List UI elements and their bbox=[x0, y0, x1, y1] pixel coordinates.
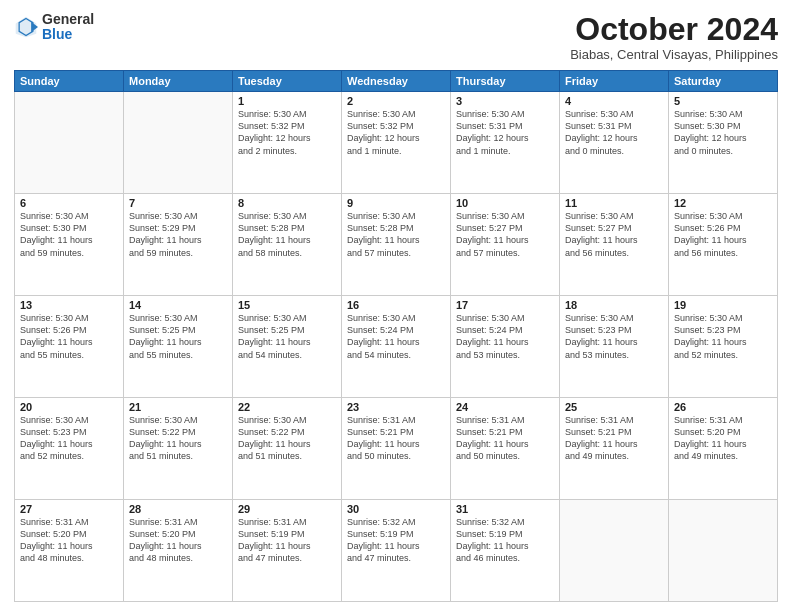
day-number: 12 bbox=[674, 197, 772, 209]
calendar-week-row: 1Sunrise: 5:30 AM Sunset: 5:32 PM Daylig… bbox=[15, 92, 778, 194]
day-info: Sunrise: 5:30 AM Sunset: 5:23 PM Dayligh… bbox=[565, 312, 663, 361]
page: General Blue October 2024 Biabas, Centra… bbox=[0, 0, 792, 612]
location: Biabas, Central Visayas, Philippines bbox=[570, 47, 778, 62]
day-number: 6 bbox=[20, 197, 118, 209]
day-number: 28 bbox=[129, 503, 227, 515]
table-row: 23Sunrise: 5:31 AM Sunset: 5:21 PM Dayli… bbox=[342, 398, 451, 500]
table-row: 25Sunrise: 5:31 AM Sunset: 5:21 PM Dayli… bbox=[560, 398, 669, 500]
day-info: Sunrise: 5:30 AM Sunset: 5:28 PM Dayligh… bbox=[238, 210, 336, 259]
table-row: 24Sunrise: 5:31 AM Sunset: 5:21 PM Dayli… bbox=[451, 398, 560, 500]
day-number: 24 bbox=[456, 401, 554, 413]
table-row: 19Sunrise: 5:30 AM Sunset: 5:23 PM Dayli… bbox=[669, 296, 778, 398]
day-number: 27 bbox=[20, 503, 118, 515]
table-row bbox=[669, 500, 778, 602]
logo-icon bbox=[14, 15, 38, 39]
day-number: 22 bbox=[238, 401, 336, 413]
day-number: 5 bbox=[674, 95, 772, 107]
table-row: 16Sunrise: 5:30 AM Sunset: 5:24 PM Dayli… bbox=[342, 296, 451, 398]
day-info: Sunrise: 5:30 AM Sunset: 5:30 PM Dayligh… bbox=[674, 108, 772, 157]
table-row: 9Sunrise: 5:30 AM Sunset: 5:28 PM Daylig… bbox=[342, 194, 451, 296]
day-number: 9 bbox=[347, 197, 445, 209]
col-thursday: Thursday bbox=[451, 71, 560, 92]
calendar-week-row: 6Sunrise: 5:30 AM Sunset: 5:30 PM Daylig… bbox=[15, 194, 778, 296]
table-row: 20Sunrise: 5:30 AM Sunset: 5:23 PM Dayli… bbox=[15, 398, 124, 500]
logo: General Blue bbox=[14, 12, 94, 43]
day-number: 10 bbox=[456, 197, 554, 209]
table-row: 21Sunrise: 5:30 AM Sunset: 5:22 PM Dayli… bbox=[124, 398, 233, 500]
day-number: 16 bbox=[347, 299, 445, 311]
day-number: 18 bbox=[565, 299, 663, 311]
table-row: 29Sunrise: 5:31 AM Sunset: 5:19 PM Dayli… bbox=[233, 500, 342, 602]
table-row bbox=[15, 92, 124, 194]
day-number: 15 bbox=[238, 299, 336, 311]
table-row: 22Sunrise: 5:30 AM Sunset: 5:22 PM Dayli… bbox=[233, 398, 342, 500]
day-number: 2 bbox=[347, 95, 445, 107]
table-row: 15Sunrise: 5:30 AM Sunset: 5:25 PM Dayli… bbox=[233, 296, 342, 398]
day-info: Sunrise: 5:30 AM Sunset: 5:27 PM Dayligh… bbox=[565, 210, 663, 259]
day-number: 11 bbox=[565, 197, 663, 209]
table-row: 26Sunrise: 5:31 AM Sunset: 5:20 PM Dayli… bbox=[669, 398, 778, 500]
day-info: Sunrise: 5:32 AM Sunset: 5:19 PM Dayligh… bbox=[347, 516, 445, 565]
col-saturday: Saturday bbox=[669, 71, 778, 92]
col-tuesday: Tuesday bbox=[233, 71, 342, 92]
day-number: 21 bbox=[129, 401, 227, 413]
table-row: 7Sunrise: 5:30 AM Sunset: 5:29 PM Daylig… bbox=[124, 194, 233, 296]
day-info: Sunrise: 5:30 AM Sunset: 5:24 PM Dayligh… bbox=[347, 312, 445, 361]
day-number: 14 bbox=[129, 299, 227, 311]
table-row bbox=[560, 500, 669, 602]
day-info: Sunrise: 5:31 AM Sunset: 5:20 PM Dayligh… bbox=[129, 516, 227, 565]
table-row: 5Sunrise: 5:30 AM Sunset: 5:30 PM Daylig… bbox=[669, 92, 778, 194]
day-info: Sunrise: 5:30 AM Sunset: 5:32 PM Dayligh… bbox=[347, 108, 445, 157]
calendar-week-row: 20Sunrise: 5:30 AM Sunset: 5:23 PM Dayli… bbox=[15, 398, 778, 500]
header-right: October 2024 Biabas, Central Visayas, Ph… bbox=[570, 12, 778, 62]
calendar-table: Sunday Monday Tuesday Wednesday Thursday… bbox=[14, 70, 778, 602]
day-info: Sunrise: 5:30 AM Sunset: 5:26 PM Dayligh… bbox=[674, 210, 772, 259]
day-number: 13 bbox=[20, 299, 118, 311]
col-friday: Friday bbox=[560, 71, 669, 92]
table-row: 10Sunrise: 5:30 AM Sunset: 5:27 PM Dayli… bbox=[451, 194, 560, 296]
table-row bbox=[124, 92, 233, 194]
day-number: 19 bbox=[674, 299, 772, 311]
table-row: 31Sunrise: 5:32 AM Sunset: 5:19 PM Dayli… bbox=[451, 500, 560, 602]
col-wednesday: Wednesday bbox=[342, 71, 451, 92]
table-row: 1Sunrise: 5:30 AM Sunset: 5:32 PM Daylig… bbox=[233, 92, 342, 194]
logo-text: General Blue bbox=[42, 12, 94, 43]
day-number: 23 bbox=[347, 401, 445, 413]
day-number: 31 bbox=[456, 503, 554, 515]
day-info: Sunrise: 5:31 AM Sunset: 5:21 PM Dayligh… bbox=[456, 414, 554, 463]
day-info: Sunrise: 5:31 AM Sunset: 5:20 PM Dayligh… bbox=[674, 414, 772, 463]
day-info: Sunrise: 5:30 AM Sunset: 5:28 PM Dayligh… bbox=[347, 210, 445, 259]
day-number: 25 bbox=[565, 401, 663, 413]
day-info: Sunrise: 5:31 AM Sunset: 5:20 PM Dayligh… bbox=[20, 516, 118, 565]
table-row: 2Sunrise: 5:30 AM Sunset: 5:32 PM Daylig… bbox=[342, 92, 451, 194]
day-info: Sunrise: 5:30 AM Sunset: 5:23 PM Dayligh… bbox=[20, 414, 118, 463]
day-info: Sunrise: 5:30 AM Sunset: 5:30 PM Dayligh… bbox=[20, 210, 118, 259]
table-row: 6Sunrise: 5:30 AM Sunset: 5:30 PM Daylig… bbox=[15, 194, 124, 296]
day-number: 7 bbox=[129, 197, 227, 209]
table-row: 18Sunrise: 5:30 AM Sunset: 5:23 PM Dayli… bbox=[560, 296, 669, 398]
table-row: 12Sunrise: 5:30 AM Sunset: 5:26 PM Dayli… bbox=[669, 194, 778, 296]
table-row: 3Sunrise: 5:30 AM Sunset: 5:31 PM Daylig… bbox=[451, 92, 560, 194]
day-number: 1 bbox=[238, 95, 336, 107]
day-number: 29 bbox=[238, 503, 336, 515]
calendar-header-row: Sunday Monday Tuesday Wednesday Thursday… bbox=[15, 71, 778, 92]
table-row: 17Sunrise: 5:30 AM Sunset: 5:24 PM Dayli… bbox=[451, 296, 560, 398]
day-number: 3 bbox=[456, 95, 554, 107]
day-info: Sunrise: 5:31 AM Sunset: 5:21 PM Dayligh… bbox=[565, 414, 663, 463]
day-info: Sunrise: 5:30 AM Sunset: 5:31 PM Dayligh… bbox=[565, 108, 663, 157]
day-info: Sunrise: 5:31 AM Sunset: 5:19 PM Dayligh… bbox=[238, 516, 336, 565]
logo-blue: Blue bbox=[42, 27, 94, 42]
day-number: 20 bbox=[20, 401, 118, 413]
day-number: 8 bbox=[238, 197, 336, 209]
day-info: Sunrise: 5:30 AM Sunset: 5:26 PM Dayligh… bbox=[20, 312, 118, 361]
day-info: Sunrise: 5:30 AM Sunset: 5:32 PM Dayligh… bbox=[238, 108, 336, 157]
day-number: 26 bbox=[674, 401, 772, 413]
header: General Blue October 2024 Biabas, Centra… bbox=[14, 12, 778, 62]
day-info: Sunrise: 5:30 AM Sunset: 5:25 PM Dayligh… bbox=[238, 312, 336, 361]
calendar-week-row: 13Sunrise: 5:30 AM Sunset: 5:26 PM Dayli… bbox=[15, 296, 778, 398]
day-info: Sunrise: 5:30 AM Sunset: 5:31 PM Dayligh… bbox=[456, 108, 554, 157]
day-info: Sunrise: 5:30 AM Sunset: 5:22 PM Dayligh… bbox=[129, 414, 227, 463]
day-info: Sunrise: 5:30 AM Sunset: 5:25 PM Dayligh… bbox=[129, 312, 227, 361]
table-row: 13Sunrise: 5:30 AM Sunset: 5:26 PM Dayli… bbox=[15, 296, 124, 398]
calendar-week-row: 27Sunrise: 5:31 AM Sunset: 5:20 PM Dayli… bbox=[15, 500, 778, 602]
